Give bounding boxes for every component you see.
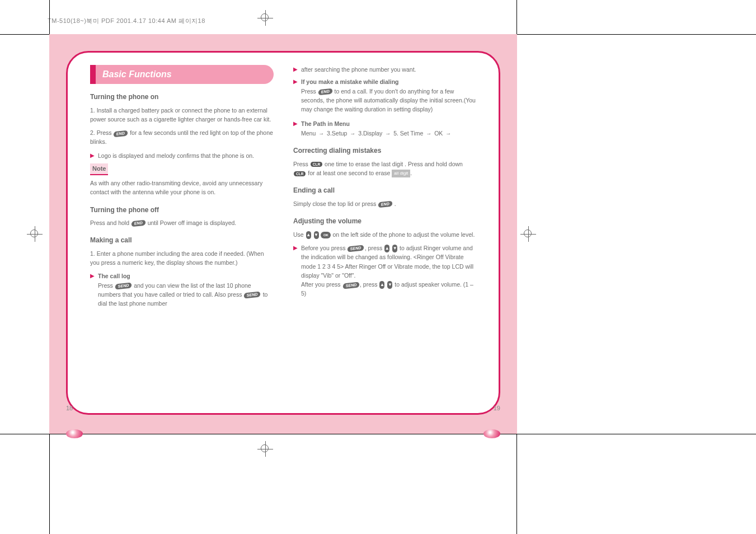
- arrow-right-icon: →: [318, 130, 324, 137]
- up-key-icon: ▲: [384, 245, 389, 252]
- triangle-bullet-icon: ▶: [90, 151, 95, 160]
- bullet: ▶ The Path in Menu Menu → 3.Setup → 3.Di…: [293, 119, 476, 138]
- right-column: ▶ after searching the phone number you w…: [293, 65, 476, 312]
- heading-power-off: Turning the phone off: [90, 205, 273, 216]
- text: 2. Press END for a few seconds until the…: [90, 128, 273, 147]
- end-key-icon: END: [318, 88, 332, 95]
- down-key-icon: ▼: [387, 281, 392, 289]
- text: Use ▲ ▼ OK on the left side of the phone…: [293, 230, 476, 239]
- content-card: Basic Functions Turning the phone on 1. …: [66, 51, 500, 415]
- send-key-icon: SEND: [348, 245, 364, 252]
- highlight-bar: all digit: [392, 170, 410, 177]
- down-key-icon: ▼: [392, 245, 397, 252]
- page-background: Basic Functions Turning the phone on 1. …: [49, 34, 517, 434]
- left-column: Basic Functions Turning the phone on 1. …: [90, 65, 273, 312]
- registration-mark-left: [27, 226, 43, 242]
- arrow-right-icon: →: [350, 130, 355, 137]
- registration-mark-top: [257, 10, 273, 26]
- text: 1. Install a charged battery pack or con…: [90, 106, 273, 124]
- source-header: TM-510(18~)북미 PDF 2001.4.17 10:44 AM 페이지…: [48, 17, 205, 25]
- down-key-icon: ▼: [314, 231, 319, 239]
- bullet: ▶ after searching the phone number you w…: [293, 65, 476, 74]
- triangle-bullet-icon: ▶: [90, 271, 95, 280]
- page-number-right: 19: [494, 405, 500, 411]
- heading-power-on: Turning the phone on: [90, 92, 273, 102]
- bullet: ▶ The call log Press SEND and you can vi…: [90, 271, 273, 308]
- note-body: As with any other radio-transmiting devi…: [90, 179, 273, 197]
- decorative-sphere-icon: [66, 429, 83, 438]
- section-title-bar: Basic Functions: [90, 65, 273, 84]
- registration-mark-right: [520, 226, 536, 242]
- arrow-right-icon: →: [426, 130, 431, 137]
- text: Press and hold END until Power off image…: [90, 218, 273, 227]
- end-key-icon: END: [114, 130, 128, 137]
- page-number-left: 18: [66, 405, 73, 411]
- decorative-sphere-icon: [483, 429, 500, 438]
- bullet: ▶ If you make a mistake while dialing Pr…: [293, 77, 476, 114]
- registration-mark-bottom: [257, 441, 273, 457]
- clr-key-icon: CLR: [311, 162, 322, 167]
- section-title: Basic Functions: [96, 65, 274, 84]
- send-key-icon: SEND: [244, 292, 261, 299]
- end-key-icon: END: [132, 220, 145, 227]
- send-key-icon: SEND: [115, 283, 132, 290]
- bullet: ▶ Before you press SEND, press ▲ ▼ to ad…: [293, 243, 476, 298]
- note-label: Note: [90, 163, 108, 175]
- heading-volume: Adjusting the volume: [293, 216, 476, 227]
- triangle-bullet-icon: ▶: [293, 65, 298, 74]
- heading-end: Ending a call: [293, 185, 476, 196]
- text: Press CLR one time to erase the last dig…: [293, 160, 476, 178]
- crop-line-bottom: [0, 434, 756, 434]
- bullet: ▶ Logo is displayed and melody confirms …: [90, 151, 273, 160]
- up-key-icon: ▲: [306, 231, 311, 239]
- clr-key-icon: CLR: [294, 171, 306, 176]
- end-key-icon: END: [378, 201, 392, 208]
- up-key-icon: ▲: [379, 281, 384, 289]
- text: 1. Enter a phone number including the ar…: [90, 249, 273, 268]
- arrow-right-icon: →: [385, 130, 391, 137]
- ok-key-icon: OK: [321, 232, 331, 238]
- triangle-bullet-icon: ▶: [293, 243, 298, 252]
- text: Simply close the top lid or press END .: [293, 199, 476, 208]
- send-key-icon: SEND: [342, 282, 359, 289]
- triangle-bullet-icon: ▶: [293, 119, 298, 128]
- heading-call: Making a call: [90, 235, 273, 246]
- heading-correct: Correcting dialing mistakes: [293, 146, 476, 156]
- triangle-bullet-icon: ▶: [293, 77, 298, 86]
- arrow-right-icon: →: [445, 130, 451, 137]
